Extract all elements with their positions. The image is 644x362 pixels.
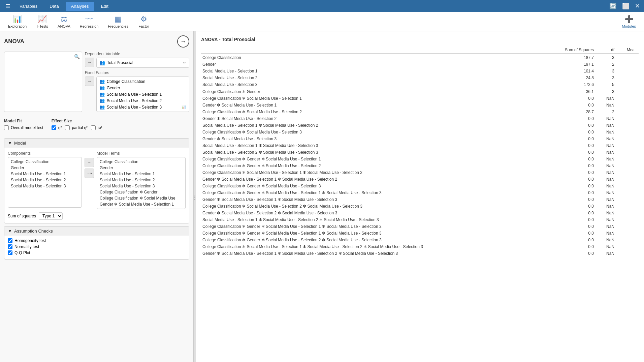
normality-test-checkbox[interactable] [8, 244, 12, 249]
row-label: College Classification ✻ Social Media Us… [201, 129, 546, 135]
toolbar-anova[interactable]: ⚖ ANOVA [54, 13, 74, 30]
eraser-icon[interactable]: ✏ [183, 60, 186, 65]
row-sum-of-squares: 0.0 [546, 115, 598, 122]
homogeneity-test-checkbox[interactable] [8, 238, 12, 243]
dep-var-arrow-btn[interactable]: → [85, 58, 94, 67]
model-term-5: College Classification ✻ Gender [98, 189, 184, 195]
variable-list-box[interactable]: 🔍 [4, 52, 82, 112]
factor-label-3: Social Media Use - Selection 1 [107, 92, 162, 97]
nav-tab-data[interactable]: Data [44, 2, 64, 11]
close-icon[interactable]: ✕ [634, 1, 641, 11]
row-df: NaN [598, 135, 618, 142]
table-row: College Classification187.73 [201, 54, 639, 61]
model-terms-label: Model Terms [97, 151, 186, 156]
row-sum-of-squares: 0.0 [546, 196, 598, 203]
toolbar-ttests[interactable]: 📈 T-Tests [32, 13, 52, 30]
expand-icon[interactable]: ⬜ [621, 1, 631, 11]
row-df: NaN [598, 250, 618, 257]
components-list[interactable]: College Classification Gender Social Med… [8, 157, 82, 208]
sync-icon[interactable]: 🔄 [608, 1, 618, 11]
factor-label-2: Gender [107, 86, 120, 90]
assumption-collapse-icon: ▼ [8, 229, 12, 234]
model-section: ▼ Model Components College Classificatio… [4, 138, 189, 223]
comp-to-model-btn[interactable]: → [85, 158, 94, 167]
anova-results-table: Sum of Squares df Mea College Classifica… [201, 46, 639, 257]
run-button[interactable]: → [177, 35, 189, 48]
right-panel: ANOVA - Total Prosocial Sum of Squares d… [196, 31, 644, 362]
row-label: College Classification ✻ Gender ✻ Social… [201, 183, 546, 189]
eta-squared-checkbox[interactable] [52, 125, 56, 130]
sum-of-squares-select[interactable]: Type 1 Type 2 Type 3 [39, 212, 63, 220]
comp-from-model-btn[interactable]: →▾ [85, 169, 94, 178]
toolbar-frequencies[interactable]: ▦ Frequencies [104, 13, 132, 30]
row-label: Social Media Use - Selection 3 [201, 81, 546, 88]
table-row: Gender ✻ Social Media Use - Selection 1 … [201, 196, 639, 203]
comp-item-1: Gender [9, 165, 80, 171]
table-row: College Classification ✻ Gender ✻ Social… [201, 156, 639, 162]
qq-plot-item: Q-Q Plot [8, 250, 186, 255]
row-df: 3 [598, 68, 618, 74]
qq-plot-checkbox[interactable] [8, 250, 12, 255]
model-section-header[interactable]: ▼ Model [4, 139, 189, 148]
row-sum-of-squares: 24.8 [546, 74, 598, 81]
nav-tab-variables[interactable]: Variables [14, 2, 43, 11]
toolbar-regression[interactable]: 〰 Regression [76, 13, 103, 30]
factor-label-4: Social Media Use - Selection 2 [107, 98, 162, 103]
factor-icon-3: 👥 [99, 92, 105, 97]
factor-label-5: Social Media Use - Selection 3 [107, 105, 162, 110]
row-label: College Classification ✻ Gender ✻ Social… [201, 237, 546, 243]
row-label: Social Media Use - Selection 1 ✻ Social … [201, 122, 546, 129]
table-row: Gender ✻ Social Media Use - Selection 1 … [201, 176, 639, 183]
row-sum-of-squares: 0.0 [546, 129, 598, 135]
model-term-2: Social Media Use - Selection 1 [98, 171, 184, 177]
hamburger-menu[interactable]: ☰ [3, 2, 13, 11]
omega-squared-item: ω² [91, 125, 102, 130]
factor-item-4: 👥 Social Media Use - Selection 2 [98, 97, 188, 104]
table-row: Gender ✻ Social Media Use - Selection 30… [201, 135, 639, 142]
fixed-factors-arrow-row: → 👥 College Classification 👥 Gender [85, 77, 189, 112]
nav-tab-analyses[interactable]: Analyses [66, 2, 94, 11]
row-label: College Classification ✻ Gender ✻ Social… [201, 156, 546, 162]
row-label: College Classification ✻ Social Media Us… [201, 243, 546, 250]
table-row: College Classification ✻ Social Media Us… [201, 203, 639, 210]
model-term-4: Social Media Use - Selection 3 [98, 183, 184, 189]
regression-icon: 〰 [86, 15, 93, 24]
row-sum-of-squares: 172.6 [546, 81, 598, 88]
model-terms-column: Model Terms College Classification Gende… [97, 151, 186, 209]
model-term-7: Gender ✻ Social Media Use - Selection 1 [98, 201, 184, 207]
toolbar-exploration[interactable]: 📊 Exploration [4, 13, 31, 30]
omega-squared-label: ω² [98, 125, 102, 130]
table-header-row: Sum of Squares df Mea [201, 46, 639, 54]
overall-model-test-checkbox[interactable] [4, 125, 9, 130]
row-sum-of-squares: 0.0 [546, 183, 598, 189]
assumption-checks-header[interactable]: ▼ Assumption Checks [4, 227, 189, 236]
table-row: Gender ✻ Social Media Use - Selection 20… [201, 115, 639, 122]
row-df: NaN [598, 156, 618, 162]
row-df: NaN [598, 237, 618, 243]
dependent-variable-section: Dependent Variable → 👥 Total Prosocial ✏ [85, 52, 189, 68]
row-label: Social Media Use - Selection 1 ✻ Social … [201, 216, 546, 223]
row-df: NaN [598, 210, 618, 216]
dep-var-icon: 👥 [99, 60, 105, 65]
table-row: Social Media Use - Selection 2 ✻ Social … [201, 149, 639, 156]
row-label: Gender ✻ Social Media Use - Selection 1 … [201, 196, 546, 203]
table-row: College Classification ✻ Social Media Us… [201, 129, 639, 135]
row-df: NaN [598, 169, 618, 176]
row-df: 2 [598, 61, 618, 68]
factor-icon-4: 👥 [99, 98, 105, 103]
search-icon[interactable]: 🔍 [74, 54, 80, 59]
row-label: Gender ✻ Social Media Use - Selection 1 … [201, 250, 546, 257]
factor-icon-2: 👥 [99, 85, 105, 90]
col-header-df: df [598, 46, 618, 54]
fixed-factors-arrow-btn[interactable]: → [85, 77, 94, 86]
toolbar-factor[interactable]: ⚙ Factor [134, 13, 154, 30]
omega-squared-checkbox[interactable] [91, 125, 96, 130]
table-row: College Classification ✻ Gender ✻ Social… [201, 183, 639, 189]
fixed-factors-section: Fixed Factors → 👥 College Classification… [85, 70, 189, 112]
table-row: College Classification ✻ Social Media Us… [201, 169, 639, 176]
partial-eta-squared-checkbox[interactable] [65, 125, 70, 130]
toolbar-modules[interactable]: ➕ Modules [618, 13, 640, 30]
nav-tab-edit[interactable]: Edit [95, 2, 114, 11]
model-terms-list[interactable]: College Classification Gender Social Med… [97, 157, 186, 209]
row-sum-of-squares: 0.0 [546, 95, 598, 102]
